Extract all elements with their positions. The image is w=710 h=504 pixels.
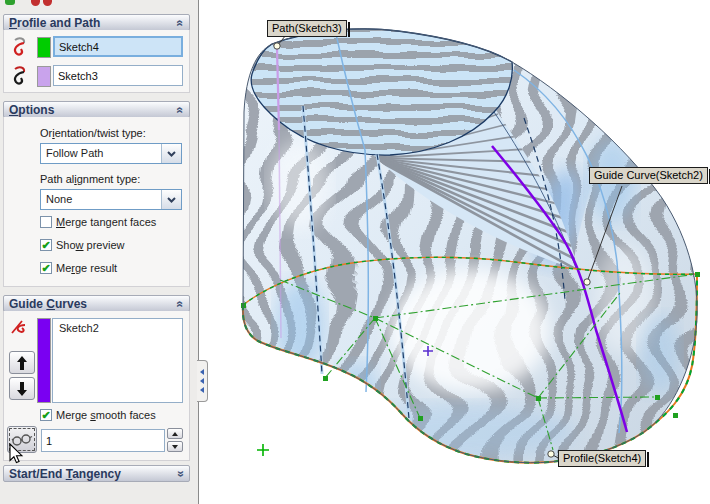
- guide-curve-color-swatch: [37, 318, 51, 403]
- profile-selection-field[interactable]: [53, 36, 183, 57]
- guide-curve-sketch-icon: [9, 317, 33, 341]
- section-header-start-end-tangency[interactable]: Start/End Tangency «: [3, 465, 190, 482]
- cancel-button-fragment-icon[interactable]: [31, 0, 40, 6]
- collapse-chevron-icon[interactable]: «: [174, 300, 188, 307]
- path-alignment-label: Path alignment type:: [40, 173, 140, 185]
- model-canvas[interactable]: [200, 0, 710, 504]
- collapse-left-icon: [200, 387, 204, 393]
- show-preview-row: ✔ Show preview: [40, 239, 125, 251]
- show-preview-checkbox[interactable]: ✔: [40, 239, 52, 251]
- path-selection-field[interactable]: [53, 65, 183, 86]
- spinner-down-button[interactable]: [167, 441, 183, 452]
- mouse-cursor: [9, 443, 24, 464]
- profile-callout[interactable]: Profile(Sketch4): [558, 450, 646, 467]
- guide-curves-list[interactable]: Sketch2: [52, 318, 183, 403]
- merge-tangent-faces-checkbox[interactable]: [40, 216, 52, 228]
- profile-and-path-body: [3, 30, 190, 93]
- merge-smooth-faces-row: ✔ Merge smooth faces: [40, 409, 156, 421]
- section-title: Profile and Path: [9, 16, 100, 30]
- guide-curves-body: Sketch2 ✔ Merge smooth faces: [3, 311, 190, 461]
- path-sketch-icon: [9, 64, 33, 88]
- section-header-options[interactable]: Options «: [3, 101, 190, 118]
- spinner-up-button[interactable]: [167, 428, 183, 439]
- collapse-chevron-icon[interactable]: «: [174, 106, 188, 113]
- checkmark-icon: ✔: [41, 410, 50, 420]
- merge-result-label: Merge result: [56, 262, 117, 274]
- expand-chevron-icon[interactable]: «: [174, 470, 188, 477]
- merge-result-checkbox[interactable]: ✔: [40, 262, 52, 274]
- merge-result-row: ✔ Merge result: [40, 262, 117, 274]
- merge-tangent-faces-row: Merge tangent faces: [40, 216, 156, 228]
- path-alignment-dropdown[interactable]: None: [40, 189, 182, 210]
- cancel-button-fragment-icon[interactable]: [43, 0, 52, 6]
- profile-color-swatch: [37, 37, 51, 58]
- ok-button-fragment-icon[interactable]: [5, 0, 15, 5]
- collapse-left-icon: [200, 378, 204, 384]
- path-callout[interactable]: Path(Sketch3): [267, 20, 347, 37]
- alignment-value: None: [41, 190, 161, 209]
- section-header-guide-curves[interactable]: Guide Curves «: [3, 295, 190, 312]
- collapse-left-icon: [200, 369, 204, 375]
- property-manager-panel: Profile and Path « Options « Orientation…: [0, 0, 199, 504]
- show-preview-label: Show preview: [56, 239, 125, 251]
- merge-smooth-faces-label: Merge smooth faces: [56, 409, 156, 421]
- section-count-field[interactable]: [41, 429, 165, 452]
- move-down-button[interactable]: [9, 377, 35, 400]
- graphics-viewport[interactable]: Path(Sketch3) Guide Curve(Sketch2) Profi…: [200, 0, 710, 504]
- profile-sketch-icon: [9, 35, 33, 59]
- orientation-label: Orientation/twist type:: [40, 127, 146, 139]
- section-header-profile-and-path[interactable]: Profile and Path «: [3, 14, 190, 31]
- guide-curve-list-item[interactable]: Sketch2: [53, 319, 182, 337]
- dropdown-arrow-icon[interactable]: [161, 144, 181, 163]
- collapse-chevron-icon[interactable]: «: [174, 19, 188, 26]
- merge-tangent-faces-label: Merge tangent faces: [56, 216, 156, 228]
- merge-smooth-faces-checkbox[interactable]: ✔: [40, 409, 52, 421]
- guide-curve-callout[interactable]: Guide Curve(Sketch2): [589, 167, 708, 184]
- solidworks-window: Profile and Path « Options « Orientation…: [0, 0, 710, 504]
- panel-splitter-handle[interactable]: [197, 360, 208, 402]
- path-color-swatch: [37, 66, 51, 87]
- orientation-value: Follow Path: [41, 144, 161, 163]
- section-title: Guide Curves: [9, 297, 87, 311]
- orientation-dropdown[interactable]: Follow Path: [40, 143, 182, 164]
- checkmark-icon: ✔: [41, 240, 50, 250]
- dropdown-arrow-icon[interactable]: [161, 190, 181, 209]
- move-up-button[interactable]: [9, 351, 35, 374]
- checkmark-icon: ✔: [41, 263, 50, 273]
- section-title: Options: [9, 103, 54, 117]
- section-title: Start/End Tangency: [9, 467, 121, 481]
- options-body: Orientation/twist type: Follow Path Path…: [3, 117, 190, 287]
